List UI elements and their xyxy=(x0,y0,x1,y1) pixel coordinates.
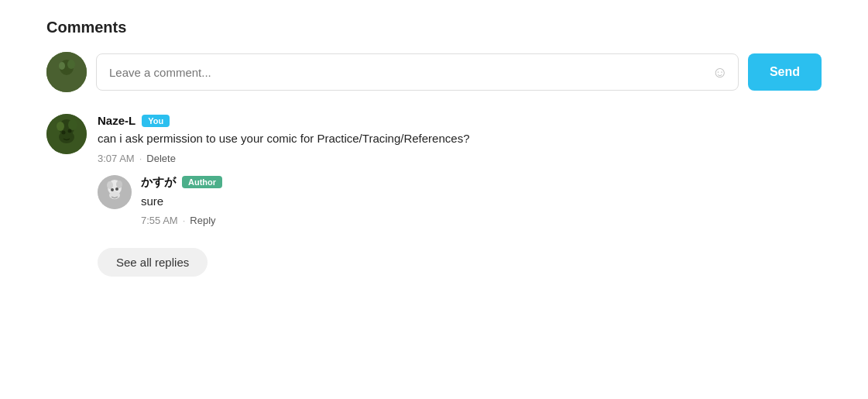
svg-point-16 xyxy=(116,181,122,188)
reply-username: かすが xyxy=(141,175,176,190)
svg-point-12 xyxy=(68,129,72,133)
reply-meta: 7:55 AM · Reply xyxy=(141,215,822,226)
kasuga-avatar xyxy=(98,175,132,209)
reply-header: かすが Author xyxy=(141,175,822,190)
comment-input-row: ☺ Send xyxy=(46,52,822,92)
reply-section: かすが Author sure 7:55 AM · Reply See all … xyxy=(98,175,822,277)
reply-text: sure xyxy=(141,193,822,211)
comment-text: can i ask permission to use your comic f… xyxy=(98,130,822,148)
svg-point-2 xyxy=(59,62,65,70)
reply-separator: · xyxy=(183,215,186,226)
comment-input-wrapper: ☺ xyxy=(96,53,739,91)
svg-point-18 xyxy=(115,187,118,191)
comment-username: Naze-L xyxy=(98,114,136,127)
reply-block: かすが Author sure 7:55 AM · Reply xyxy=(98,175,822,227)
svg-point-17 xyxy=(111,188,114,191)
comment-header: Naze-L You xyxy=(98,114,822,127)
svg-point-10 xyxy=(59,131,74,143)
comment-input[interactable] xyxy=(96,53,739,91)
reply-content: かすが Author sure 7:55 AM · Reply xyxy=(141,175,822,227)
send-button[interactable]: Send xyxy=(748,53,822,91)
naze-avatar xyxy=(46,114,87,154)
emoji-icon[interactable]: ☺ xyxy=(712,64,727,81)
svg-point-9 xyxy=(68,119,77,130)
reply-timestamp: 7:55 AM xyxy=(141,215,178,226)
author-badge: Author xyxy=(182,176,222,188)
current-user-avatar xyxy=(46,52,87,92)
svg-point-8 xyxy=(57,122,64,131)
comments-heading: Comments xyxy=(46,19,822,36)
svg-point-15 xyxy=(107,181,113,189)
svg-point-3 xyxy=(67,60,75,69)
see-all-replies-button[interactable]: See all replies xyxy=(98,248,208,277)
comment-content: Naze-L You can i ask permission to use y… xyxy=(98,114,822,277)
you-badge: You xyxy=(142,115,170,127)
svg-point-11 xyxy=(62,131,66,135)
comment-meta: 3:07 AM · Delete xyxy=(98,153,822,164)
delete-link[interactable]: Delete xyxy=(146,153,176,164)
reply-link[interactable]: Reply xyxy=(190,215,215,226)
comment-block: Naze-L You can i ask permission to use y… xyxy=(46,114,822,277)
meta-separator: · xyxy=(139,153,142,164)
comment-timestamp: 3:07 AM xyxy=(98,153,135,164)
